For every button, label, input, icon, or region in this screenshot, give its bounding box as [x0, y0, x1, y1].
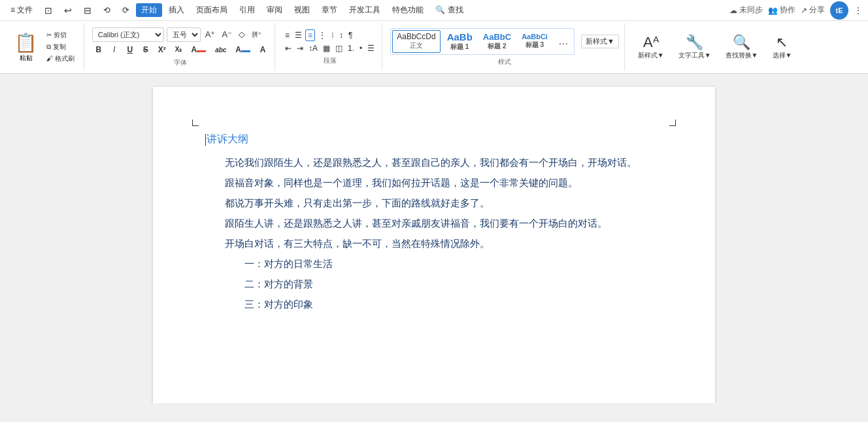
font-color-button[interactable]: A: [188, 44, 209, 56]
paragraph-1: 无论我们跟陌生人，还是跟熟悉之人，甚至跟自己的亲人，我们都会有一个开场白，开场对…: [205, 154, 663, 172]
devtools-menu[interactable]: 开发工具: [344, 3, 386, 17]
shading-icon[interactable]: ◫: [333, 43, 344, 54]
numbering-icon[interactable]: 1.: [346, 43, 356, 54]
strikethrough-button[interactable]: S: [139, 44, 152, 56]
reference-menu[interactable]: 引用: [234, 3, 260, 17]
document-body: 无论我们跟陌生人，还是跟熟悉之人，甚至跟自己的亲人，我们都会有一个开场白，开场对…: [205, 154, 663, 314]
cut-button[interactable]: ✂ 剪切: [44, 30, 77, 41]
paste-group: 📋 粘贴 ✂ 剪切 ⧉ 复制 🖌 格式刷: [5, 24, 84, 71]
tools-group: Aᴬ 新样式▼ 🔧 文字工具▼ 🔍 查找替换▼ ↖ 选择▼: [627, 24, 803, 71]
sync-btn[interactable]: ☁ 未同步: [729, 5, 763, 16]
phonetic-btn[interactable]: 拼⁺: [250, 30, 263, 39]
paste-button[interactable]: 📋 粘贴: [10, 29, 41, 65]
align-center-icon[interactable]: ☰: [293, 30, 304, 41]
format-painter-label: 格式刷: [55, 55, 75, 62]
copy-button[interactable]: ⧉ 复制: [44, 42, 77, 52]
collab-label: 协作: [780, 5, 795, 16]
bold-button[interactable]: B: [92, 44, 105, 56]
highlight-button[interactable]: abc: [212, 44, 229, 56]
distribute-icon[interactable]: ⁝: [329, 30, 336, 41]
pagelayout-menu[interactable]: 页面布局: [191, 3, 233, 17]
select-btn[interactable]: ↖ 选择▼: [767, 31, 797, 63]
texttools-btn[interactable]: 🔧 文字工具▼: [673, 31, 716, 63]
ribbon-content: 📋 粘贴 ✂ 剪切 ⧉ 复制 🖌 格式刷: [0, 21, 868, 73]
copy-icon: ⧉: [46, 43, 51, 50]
search-menu[interactable]: 🔍 查找: [430, 3, 468, 17]
copy-label: 复制: [53, 43, 66, 50]
styles-group-label: 样式: [390, 57, 619, 67]
paragraph-2: 跟福音对象，同样也是一个道理，我们如何拉开话题，这是一个非常关键的问题。: [205, 174, 663, 192]
bullets-icon[interactable]: •: [358, 43, 364, 54]
newstyle-btn[interactable]: Aᴬ 新样式▼: [633, 31, 669, 63]
font-size-decrease[interactable]: A⁻: [220, 29, 234, 39]
text-color-button[interactable]: A: [232, 44, 254, 56]
clear-format-btn[interactable]: ◇: [237, 29, 247, 39]
undo2-btn[interactable]: ⟲: [98, 4, 116, 16]
collab-btn[interactable]: 👥 协作: [768, 5, 795, 16]
review-menu[interactable]: 审阅: [261, 3, 288, 17]
title-bar: ≡ 文件 ⊡ ↩ ⊟ ⟲ ⟳ 开始 插入 页面布局 引用 审阅 视图 章节 开发…: [0, 0, 868, 21]
sort-icon[interactable]: ↕A: [307, 43, 320, 54]
view-menu[interactable]: 视图: [289, 3, 315, 17]
special-menu[interactable]: 特色功能: [387, 3, 429, 17]
styles-group: AaBbCcDd 正文 AaBb 标题 1 AaBbC 标题 2: [385, 24, 625, 71]
document-title: 讲诉大纲: [205, 133, 663, 146]
title-bar-menu: ≡ 文件 ⊡ ↩ ⊟ ⟲ ⟳ 开始 插入 页面布局 引用 审阅 视图 章节 开发…: [5, 3, 469, 17]
font-name-select[interactable]: Calibri (正文): [92, 27, 164, 42]
styles-controls: AaBbCcDd 正文 AaBb 标题 1 AaBbC 标题 2: [390, 28, 619, 55]
indent-increase-icon[interactable]: ⇥: [295, 43, 305, 54]
cloud-icon: ☁: [729, 6, 737, 15]
corner-mark-top-right: [669, 120, 676, 126]
border-icon[interactable]: ▦: [321, 43, 332, 54]
align-left-icon[interactable]: ≡: [283, 30, 292, 41]
sync-label: 未同步: [739, 5, 763, 16]
superscript-button[interactable]: X²: [155, 44, 169, 56]
para-row1: ≡ ☰ ≡ ⋮ ⁝ ↕ ¶: [283, 29, 376, 41]
findreplace-btn[interactable]: 🔍 查找替换▼: [720, 31, 763, 63]
para-mark-icon[interactable]: ¶: [346, 30, 354, 41]
paragraph-7: 二：对方的背景: [205, 276, 663, 293]
scissors-icon: ✂: [46, 31, 52, 39]
text-cursor: [205, 134, 206, 146]
format-painter-icon: 🖌: [46, 55, 53, 62]
style-biaoti3[interactable]: AaBbCi 标题 3: [518, 30, 552, 53]
tools-row: Aᴬ 新样式▼ 🔧 文字工具▼ 🔍 查找替换▼ ↖ 选择▼: [633, 31, 797, 63]
style-more[interactable]: …: [554, 30, 573, 53]
justify-icon[interactable]: ⋮: [316, 30, 328, 41]
subscript-button[interactable]: X₂: [172, 44, 186, 54]
document-page[interactable]: 讲诉大纲 无论我们跟陌生人，还是跟熟悉之人，甚至跟自己的亲人，我们都会有一个开场…: [153, 87, 715, 403]
italic-button[interactable]: I: [108, 44, 121, 56]
chapter-menu[interactable]: 章节: [316, 3, 342, 17]
style-biaoti1[interactable]: AaBb 标题 1: [443, 30, 476, 53]
xinshiyang-btn[interactable]: 新样式▼: [581, 35, 619, 48]
para-row2: ⇤ ⇥ ↕A ▦ ◫ 1. • ☰: [283, 43, 376, 54]
file-menu[interactable]: ≡ 文件: [5, 3, 38, 17]
underline-button[interactable]: U: [124, 44, 137, 56]
save-btn[interactable]: ⊡: [39, 4, 58, 17]
paste-small-group: ✂ 剪切 ⧉ 复制 🖌 格式刷: [44, 30, 77, 64]
font-size-increase[interactable]: A⁺: [203, 29, 218, 39]
user-initials: tE: [836, 7, 843, 14]
line-spacing-icon[interactable]: ↕: [337, 30, 345, 41]
font-size-select[interactable]: 五号: [167, 27, 201, 42]
user-avatar[interactable]: tE: [830, 1, 848, 20]
format-painter-button[interactable]: 🖌 格式刷: [44, 54, 77, 64]
start-menu[interactable]: 开始: [136, 3, 162, 17]
style-zhengwen[interactable]: AaBbCcDd 正文: [392, 30, 440, 53]
multilevel-icon[interactable]: ☰: [365, 43, 376, 54]
share-btn[interactable]: ↗ 分享: [801, 5, 825, 16]
undo-btn[interactable]: ↩: [59, 4, 77, 17]
insert-menu[interactable]: 插入: [163, 3, 190, 17]
text-color2-button[interactable]: A: [256, 44, 269, 56]
redo-btn2[interactable]: ⊟: [78, 4, 97, 17]
align-right-icon[interactable]: ≡: [305, 29, 315, 41]
indent-decrease-icon[interactable]: ⇤: [283, 43, 293, 54]
more-menu-btn[interactable]: ⋮: [854, 5, 863, 16]
paste-controls: 📋 粘贴 ✂ 剪切 ⧉ 复制 🖌 格式刷: [10, 29, 77, 65]
font-group: Calibri (正文) 五号 A⁺ A⁻ ◇ 拼⁺ B I U S X²: [87, 24, 275, 71]
style-biaoti2[interactable]: AaBbC 标题 2: [479, 30, 515, 53]
title-bar-left: ≡ 文件 ⊡ ↩ ⊟ ⟲ ⟳ 开始 插入 页面布局 引用 审阅 视图 章节 开发…: [5, 3, 729, 17]
font-group-label: 字体: [92, 58, 269, 67]
newstyle-icon: Aᴬ: [643, 34, 659, 51]
redo-btn[interactable]: ⟳: [117, 4, 135, 16]
